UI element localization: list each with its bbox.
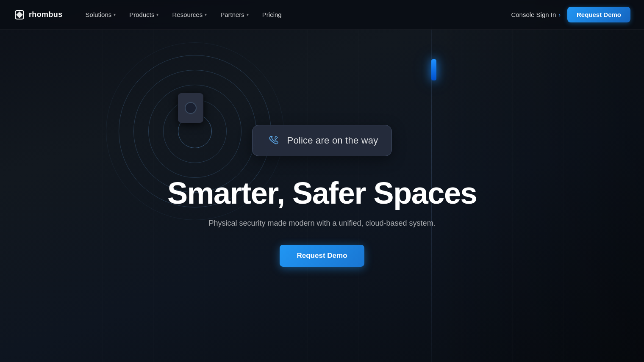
chevron-down-icon: ▾	[247, 12, 249, 17]
chevron-down-icon: ▾	[156, 12, 158, 17]
notification-card: Police are on the way	[252, 125, 392, 156]
nav-item-pricing[interactable]: Pricing	[256, 8, 288, 22]
logo[interactable]: rhombus	[14, 9, 63, 21]
logo-text: rhombus	[29, 10, 63, 19]
request-demo-hero-button[interactable]: Request Demo	[280, 245, 364, 267]
nav-item-solutions[interactable]: Solutions ▾	[80, 8, 122, 22]
nav-item-resources[interactable]: Resources ▾	[166, 8, 213, 22]
notification-text: Police are on the way	[287, 135, 378, 146]
hero-subtext: Physical security made modern with a uni…	[208, 219, 435, 228]
svg-marker-1	[16, 11, 23, 18]
hero-section: Police are on the way Smarter, Safer Spa…	[0, 0, 644, 362]
chevron-down-icon: ▾	[114, 12, 116, 17]
navbar: rhombus Solutions ▾ Products ▾ Resources…	[0, 0, 644, 30]
nav-item-products[interactable]: Products ▾	[123, 8, 164, 22]
phone-icon	[266, 133, 281, 148]
console-signin-link[interactable]: Console Sign In ›	[511, 11, 561, 18]
arrow-right-icon: ›	[558, 11, 561, 18]
nav-links: Solutions ▾ Products ▾ Resources ▾ Partn…	[80, 8, 511, 22]
request-demo-nav-button[interactable]: Request Demo	[567, 7, 630, 22]
chevron-down-icon: ▾	[205, 12, 207, 17]
nav-right: Console Sign In › Request Demo	[511, 7, 630, 22]
logo-diamond-icon	[14, 9, 25, 21]
hero-headline: Smarter, Safer Spaces	[167, 177, 477, 210]
nav-item-partners[interactable]: Partners ▾	[214, 8, 255, 22]
